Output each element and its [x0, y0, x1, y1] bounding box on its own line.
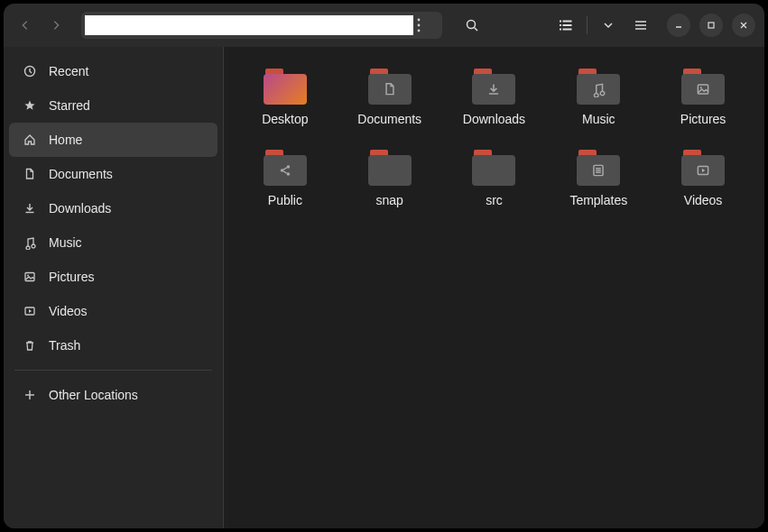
sidebar-item-label: Documents: [49, 167, 113, 181]
path-bar: [81, 12, 442, 39]
folder-documents[interactable]: Documents: [339, 65, 440, 133]
sidebar-item-label: Recent: [49, 64, 88, 78]
folder-icon: [472, 150, 515, 186]
folder-snap[interactable]: snap: [339, 146, 440, 215]
trash-icon: [22, 338, 38, 353]
folder-icon: [368, 150, 412, 186]
headerbar: [4, 4, 764, 47]
svg-point-1: [418, 24, 421, 27]
sidebar-item-videos[interactable]: Videos: [9, 294, 217, 328]
folder-templates[interactable]: Templates: [548, 146, 649, 215]
icon-grid: DesktopDocumentsDownloadsMusicPicturesPu…: [235, 65, 754, 215]
share-icon: [264, 155, 307, 186]
sidebar-separator: [14, 370, 212, 371]
content-area[interactable]: DesktopDocumentsDownloadsMusicPicturesPu…: [224, 47, 764, 528]
maximize-button[interactable]: [699, 14, 723, 37]
pathbar-menu-button[interactable]: [417, 18, 439, 32]
hamburger-menu-button[interactable]: [627, 12, 654, 39]
sidebar-item-home[interactable]: Home: [9, 123, 217, 157]
folder-src[interactable]: src: [444, 146, 545, 215]
folder-public[interactable]: Public: [235, 146, 336, 215]
folder-icon: [681, 69, 725, 105]
sidebar: RecentStarredHomeDocumentsDownloadsMusic…: [4, 47, 224, 528]
home-icon: [22, 133, 38, 147]
folder-icon: [681, 150, 725, 186]
folder-icon: [577, 150, 620, 186]
sidebar-item-documents[interactable]: Documents: [9, 157, 217, 191]
sidebar-item-recent[interactable]: Recent: [9, 54, 217, 88]
templates-icon: [577, 155, 620, 186]
folder-label: Pictures: [680, 112, 726, 126]
videos-icon: [681, 155, 725, 186]
sidebar-item-label: Trash: [49, 338, 80, 353]
svg-line-4: [475, 28, 478, 32]
svg-rect-10: [563, 29, 572, 31]
svg-rect-5: [560, 21, 561, 23]
forward-button[interactable]: [43, 13, 69, 38]
sidebar-item-label: Starred: [49, 98, 90, 113]
folder-label: Public: [268, 193, 302, 207]
folder-icon: [472, 69, 515, 105]
folder-icon: [264, 69, 307, 105]
folder-music[interactable]: Music: [548, 65, 649, 133]
download-icon: [472, 74, 515, 105]
sidebar-item-music[interactable]: Music: [9, 225, 217, 260]
sidebar-item-label: Home: [49, 133, 82, 147]
search-button[interactable]: [458, 12, 486, 39]
view-list-button[interactable]: [552, 12, 579, 39]
folder-label: Videos: [684, 193, 723, 207]
sidebar-item-label: Videos: [49, 304, 88, 318]
sidebar-item-pictures[interactable]: Pictures: [9, 260, 217, 294]
folder-label: Downloads: [463, 112, 525, 126]
document-icon: [22, 167, 38, 181]
svg-point-3: [467, 21, 476, 29]
location-input[interactable]: [85, 15, 413, 35]
back-button[interactable]: [13, 13, 38, 38]
svg-rect-9: [560, 29, 561, 31]
file-manager-window: RecentStarredHomeDocumentsDownloadsMusic…: [4, 4, 764, 528]
folder-icon: [264, 150, 307, 186]
folder-icon: [368, 69, 412, 105]
sidebar-item-trash[interactable]: Trash: [9, 328, 217, 362]
folder-label: snap: [376, 193, 403, 207]
svg-point-0: [418, 19, 421, 22]
minimize-button[interactable]: [667, 14, 690, 37]
svg-rect-7: [560, 24, 561, 26]
svg-rect-15: [708, 23, 714, 28]
download-icon: [22, 201, 38, 216]
svg-rect-8: [563, 24, 572, 26]
pictures-icon: [681, 74, 725, 105]
folder-videos[interactable]: Videos: [652, 146, 754, 215]
videos-icon: [22, 304, 38, 318]
sidebar-item-other-locations[interactable]: Other Locations: [9, 378, 217, 412]
folder-label: Music: [582, 112, 615, 126]
folder-icon: [577, 69, 620, 105]
sidebar-item-label: Other Locations: [49, 388, 138, 402]
svg-point-2: [418, 30, 421, 32]
plus-icon: [22, 388, 38, 402]
folder-pictures[interactable]: Pictures: [652, 65, 754, 133]
folder-label: src: [486, 193, 503, 207]
pictures-icon: [22, 270, 38, 284]
folder-downloads[interactable]: Downloads: [444, 65, 545, 133]
folder-label: Templates: [569, 193, 627, 207]
music-icon: [22, 235, 38, 250]
sidebar-item-label: Music: [49, 235, 82, 250]
view-dropdown-button[interactable]: [595, 12, 622, 39]
close-button[interactable]: [732, 14, 755, 37]
star-icon: [22, 98, 38, 113]
sidebar-item-label: Downloads: [49, 201, 111, 216]
sidebar-item-starred[interactable]: Starred: [9, 88, 217, 123]
document-icon: [368, 74, 412, 105]
folder-label: Desktop: [262, 112, 308, 126]
sidebar-item-label: Pictures: [49, 270, 95, 284]
folder-label: Documents: [357, 112, 421, 126]
folder-desktop[interactable]: Desktop: [235, 65, 336, 133]
svg-rect-6: [563, 21, 572, 23]
music-icon: [577, 74, 620, 105]
sidebar-item-downloads[interactable]: Downloads: [9, 191, 217, 225]
clock-icon: [22, 64, 38, 78]
separator: [587, 16, 588, 34]
